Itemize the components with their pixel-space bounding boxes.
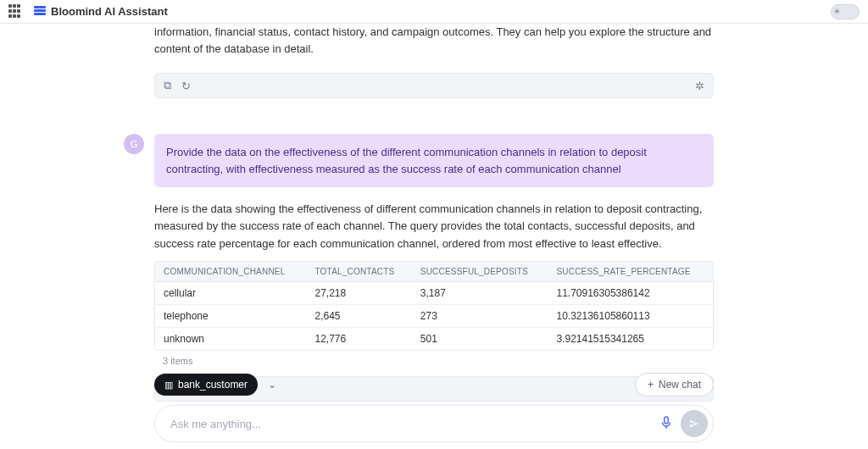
chat-input[interactable] xyxy=(170,418,652,430)
refresh-icon[interactable]: ↻ xyxy=(181,80,191,92)
table-row: cellular 27,218 3,187 11.70916305386142 xyxy=(155,281,713,304)
send-button[interactable] xyxy=(681,410,708,437)
table-row: telephone 2,645 273 10.32136105860113 xyxy=(155,304,713,327)
chevron-down-icon[interactable]: ⌄ xyxy=(268,379,276,391)
apps-grid-icon[interactable] xyxy=(8,4,24,19)
sun-icon: ☀ xyxy=(833,8,841,16)
app-topbar: Bloomind AI Assistant ☀ xyxy=(0,0,868,24)
col-success-rate[interactable]: SUCCESS_RATE_PERCENTAGE xyxy=(548,262,713,282)
col-total-contacts[interactable]: TOTAL_CONTACTS xyxy=(306,262,411,282)
new-chat-label: New chat xyxy=(659,379,701,391)
result-table: COMMUNICATION_CHANNEL TOTAL_CONTACTS SUC… xyxy=(154,261,714,351)
table-row: unknown 12,776 501 3.92141515341265 xyxy=(155,327,713,350)
col-successful-deposits[interactable]: SUCCESSFUL_DEPOSITS xyxy=(412,262,548,282)
col-communication-channel[interactable]: COMMUNICATION_CHANNEL xyxy=(155,262,306,282)
message-action-strip: ⧉ ↻ ✲ xyxy=(154,73,714,98)
database-icon: ▥ xyxy=(164,380,173,391)
brand-logo-icon xyxy=(34,6,46,18)
app-brand[interactable]: Bloomind AI Assistant xyxy=(34,5,168,18)
table-items-count: 3 items xyxy=(154,351,714,371)
theme-toggle[interactable]: ☀ xyxy=(831,4,860,19)
copy-icon[interactable]: ⧉ xyxy=(164,79,171,92)
microphone-icon[interactable] xyxy=(660,416,672,432)
chat-input-bar xyxy=(154,405,714,442)
user-message-row: G Provide the data on the effectiveness … xyxy=(154,134,714,187)
assistant-message-partial: information, financial status, contact h… xyxy=(154,24,714,98)
plus-icon: + xyxy=(648,379,654,391)
assistant-text-fragment: information, financial status, contact h… xyxy=(154,24,714,61)
bug-icon[interactable]: ✲ xyxy=(695,80,704,92)
chat-footer: ▥ bank_customer ⌄ + New chat xyxy=(154,373,714,442)
app-title: Bloomind AI Assistant xyxy=(51,5,168,18)
svg-rect-0 xyxy=(665,416,668,423)
chat-main: information, financial status, contact h… xyxy=(0,24,868,449)
context-tag-pill[interactable]: ▥ bank_customer xyxy=(154,374,258,396)
user-avatar: G xyxy=(124,134,144,154)
new-chat-button[interactable]: + New chat xyxy=(635,373,714,396)
assistant-reply-text: Here is the data showing the effectivene… xyxy=(154,201,714,252)
context-tag-label: bank_customer xyxy=(178,379,248,391)
user-prompt-bubble: Provide the data on the effectiveness of… xyxy=(154,134,714,187)
